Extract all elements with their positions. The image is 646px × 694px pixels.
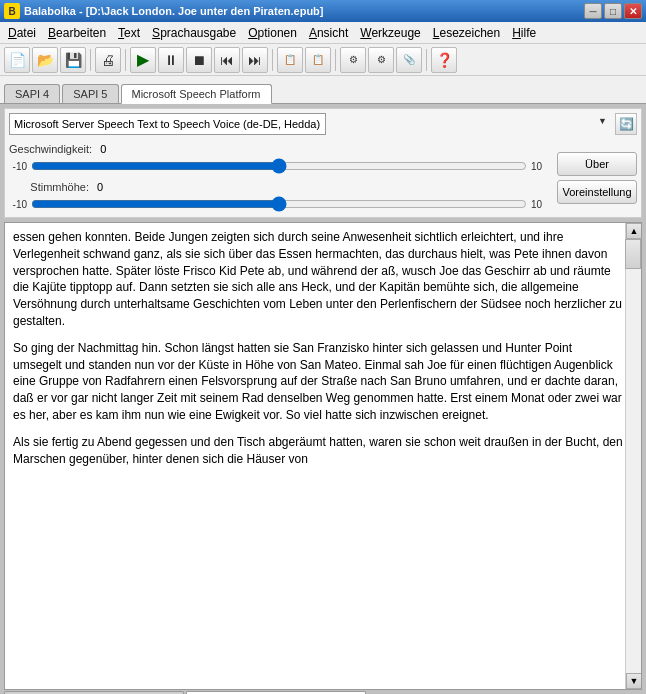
- separator-2: [125, 49, 126, 71]
- reset-button[interactable]: Voreinstellung: [557, 180, 637, 204]
- menu-sprachausgabe[interactable]: Sprachausgabe: [146, 24, 242, 42]
- text-paragraph-2: So ging der Nachmittag hin. Schon längst…: [13, 340, 623, 424]
- sliders-and-buttons: Geschwindigkeit: 0 -10 10 Stimmhöhe: 0 -…: [9, 143, 637, 213]
- main-layout: SAPI 4 SAPI 5 Microsoft Speech Platform …: [0, 76, 646, 694]
- voice-select-wrapper: Microsoft Server Speech Text to Speech V…: [9, 113, 611, 135]
- separator-4: [335, 49, 336, 71]
- save-button[interactable]: 💾: [60, 47, 86, 73]
- play-button[interactable]: ▶: [130, 47, 156, 73]
- settings-btn1[interactable]: ⚙: [340, 47, 366, 73]
- menu-bearbeiten[interactable]: Bearbeiten: [42, 24, 112, 42]
- new-button[interactable]: 📄: [4, 47, 30, 73]
- settings-btn3[interactable]: 📎: [396, 47, 422, 73]
- speed-value: 0: [100, 143, 106, 155]
- separator-1: [90, 49, 91, 71]
- prev-button[interactable]: ⏮: [214, 47, 240, 73]
- pitch-label-row: Stimmhöhe: 0: [9, 181, 549, 193]
- app-icon: B: [4, 3, 20, 19]
- pitch-value: 0: [97, 181, 103, 193]
- speech-tab-bar: SAPI 4 SAPI 5 Microsoft Speech Platform: [0, 76, 646, 104]
- menu-ansicht[interactable]: Ansicht: [303, 24, 354, 42]
- help-button[interactable]: ❓: [431, 47, 457, 73]
- scrollbar-up[interactable]: ▲: [626, 223, 642, 239]
- menu-lesezeichen[interactable]: Lesezeichen: [427, 24, 506, 42]
- voice-panel: Microsoft Server Speech Text to Speech V…: [4, 108, 642, 218]
- speed-label-row: Geschwindigkeit: 0: [9, 143, 549, 155]
- scrollbar-thumb[interactable]: [625, 239, 641, 269]
- panel-buttons: Über Voreinstellung: [557, 152, 637, 204]
- pitch-slider-row: -10 10: [9, 195, 549, 213]
- about-button[interactable]: Über: [557, 152, 637, 176]
- voice-select[interactable]: Microsoft Server Speech Text to Speech V…: [9, 113, 326, 135]
- menu-optionen[interactable]: Optionen: [242, 24, 303, 42]
- export-btn2[interactable]: 📋: [305, 47, 331, 73]
- toolbar: 📄 📂 💾 🖨 ▶ ⏸ ⏹ ⏮ ⏭ 📋 📋 ⚙ ⚙ 📎 ❓: [0, 44, 646, 76]
- open-button[interactable]: 📂: [32, 47, 58, 73]
- pitch-slider[interactable]: [31, 195, 527, 213]
- speed-group: Geschwindigkeit: 0 -10 10 Stimmhöhe: 0 -…: [9, 143, 549, 213]
- menu-hilfe[interactable]: Hilfe: [506, 24, 542, 42]
- title-bar-text: Balabolka - [D:\Jack London. Joe unter d…: [24, 5, 324, 17]
- tab-sapi4[interactable]: SAPI 4: [4, 84, 60, 103]
- minimize-button[interactable]: ─: [584, 3, 602, 19]
- print-button[interactable]: 🖨: [95, 47, 121, 73]
- pitch-label: Stimmhöhe:: [9, 181, 89, 193]
- maximize-button[interactable]: □: [604, 3, 622, 19]
- settings-btn2[interactable]: ⚙: [368, 47, 394, 73]
- text-area-wrapper: essen gehen konnten. Beide Jungen zeigte…: [4, 222, 642, 690]
- pitch-max: 10: [531, 199, 549, 210]
- separator-3: [272, 49, 273, 71]
- menu-werkzeuge[interactable]: Werkzeuge: [354, 24, 426, 42]
- speed-max: 10: [531, 161, 549, 172]
- text-paragraph-1: essen gehen konnten. Beide Jungen zeigte…: [13, 229, 623, 330]
- tab-sapi5[interactable]: SAPI 5: [62, 84, 118, 103]
- text-paragraph-3: Als sie fertig zu Abend gegessen und den…: [13, 434, 623, 468]
- title-bar-controls: ─ □ ✕: [584, 3, 642, 19]
- speed-slider-row: -10 10: [9, 157, 549, 175]
- menu-text[interactable]: Text: [112, 24, 146, 42]
- separator-5: [426, 49, 427, 71]
- speed-slider[interactable]: [31, 157, 527, 175]
- speed-label: Geschwindigkeit:: [9, 143, 92, 155]
- text-content[interactable]: essen gehen konnten. Beide Jungen zeigte…: [5, 223, 641, 689]
- tab-microsoft-speech[interactable]: Microsoft Speech Platform: [121, 84, 272, 104]
- pitch-min: -10: [9, 199, 27, 210]
- menu-bar: Datei Bearbeiten Text Sprachausgabe Opti…: [0, 22, 646, 44]
- title-bar-left: B Balabolka - [D:\Jack London. Joe unter…: [4, 3, 324, 19]
- voice-dropdown-row: Microsoft Server Speech Text to Speech V…: [9, 113, 637, 135]
- speed-min: -10: [9, 161, 27, 172]
- scrollbar[interactable]: ▲ ▼: [625, 223, 641, 689]
- refresh-button[interactable]: 🔄: [615, 113, 637, 135]
- menu-datei[interactable]: Datei: [2, 24, 42, 42]
- scrollbar-down[interactable]: ▼: [626, 673, 642, 689]
- next-button[interactable]: ⏭: [242, 47, 268, 73]
- close-button[interactable]: ✕: [624, 3, 642, 19]
- title-bar: B Balabolka - [D:\Jack London. Joe unter…: [0, 0, 646, 22]
- stop-button[interactable]: ⏹: [186, 47, 212, 73]
- pause-button[interactable]: ⏸: [158, 47, 184, 73]
- export-btn1[interactable]: 📋: [277, 47, 303, 73]
